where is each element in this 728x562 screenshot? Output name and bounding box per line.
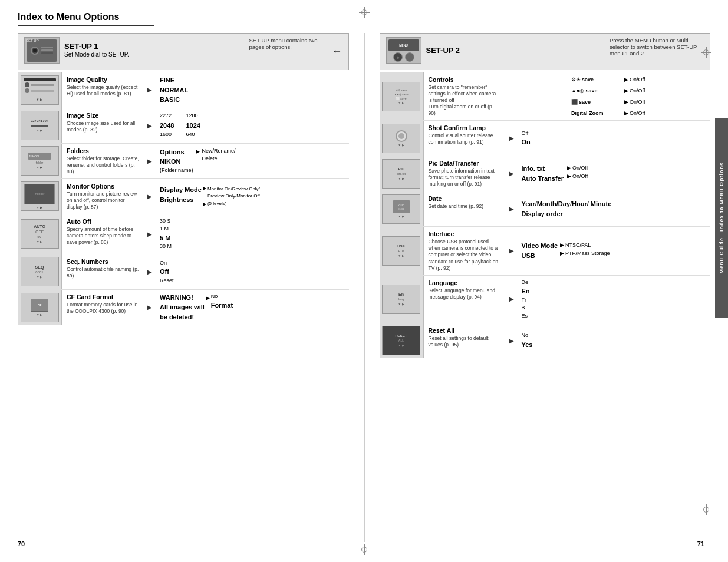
image-size-col1: 2272 2048 1600 [160, 112, 174, 139]
seq-numbers-label: Seq. Numbers Control automatic file nami… [62, 254, 144, 289]
folders-options: Options NIKON (Folder name) ▶ New/Rename… [155, 144, 349, 178]
image-quality-row: ▼ ▶ Image Quality Select the image quali… [18, 72, 349, 108]
auto-off-row: AUTO OFF 5M ▼ ▶ Auto Off Specify amount … [18, 214, 349, 254]
reset-all-thumb: RESET ALL ▼ ▶ [380, 323, 424, 358]
setup1-subdesc: SET-UP menu contains two pages of option… [249, 37, 326, 50]
shot-confirm-arrow: ▶ [506, 121, 517, 156]
cf-format-title: CF Card Format [67, 293, 139, 300]
cf-format-label: CF Card Format Format memory cards for u… [62, 290, 144, 325]
pic-data-arrow: ▶ [506, 156, 517, 191]
date-options: Year/Month/Day/Hour/ Minute Display orde… [517, 191, 711, 226]
controls-title: Controls [429, 76, 501, 83]
auto-off-title: Auto Off [67, 218, 139, 225]
language-desc: Select language for menu and message dis… [429, 287, 501, 300]
setup2-header: MENU ◎ ○ SE [380, 33, 711, 70]
option-normal: NORMAL [160, 85, 344, 95]
cf-format-row: CF ▼ ▶ CF Card Format Format memory card… [18, 289, 349, 326]
folders-thumb: NIKON folder ▼ ▶ [18, 144, 62, 178]
pic-data-label: Pic Data/Transfer Save photo information… [424, 156, 506, 191]
setup1-title: SET-UP 1 [64, 42, 129, 51]
date-desc: Set date and time (p. 92) [429, 203, 501, 210]
image-quality-thumb: ▼ ▶ [18, 72, 62, 108]
main-title: Index to Menu Options [18, 12, 154, 26]
setup1-desc: Set Mode dial to SETUP. [64, 51, 129, 59]
date-arrow: ▶ [506, 191, 517, 226]
controls-desc: Set camera to "remember" settings in eff… [429, 84, 501, 117]
monitor-options-arrow: ▶ [144, 179, 155, 214]
side-tab-text: Menu Guide—Index to Menu Options [719, 162, 724, 274]
reg-mark-bottom [359, 544, 370, 555]
seq-numbers-title: Seq. Numbers [67, 258, 139, 265]
cf-format-subopts: No Format [211, 293, 233, 310]
reg-mark-top [359, 7, 370, 18]
page-number-right: 71 [697, 540, 704, 547]
language-options: De En Fr B Es [517, 276, 711, 323]
right-reg-top [701, 47, 711, 58]
monitor-options-thumb: monitor ▼ ▶ [18, 179, 62, 214]
cf-format-desc: Format memory cards for use in the COOLP… [67, 302, 139, 315]
setup2-desc: Press the MENU button or Multi selector … [610, 37, 704, 57]
controls-labels-col: ⚙☀ save ▲●◎ save ⬛ save Digital Zoom [571, 74, 624, 118]
image-quality-desc: Select the image quality (except Hi) use… [67, 84, 139, 97]
page-number-left: 70 [18, 540, 25, 547]
shot-confirm-label: Shot Confirm Lamp Control visual shutter… [424, 121, 506, 156]
interface-main: Video Mode USB [522, 241, 558, 260]
shot-confirm-desc: Control visual shutter release confirmat… [429, 133, 501, 146]
folders-title: Folders [67, 147, 139, 154]
image-quality-arrow: ▶ [144, 72, 155, 108]
controls-options: ⚙☀ save ▲●◎ save ⬛ save Digital Zoom ▶On… [506, 72, 711, 120]
setup1-header: SET-UP SET-UP 1 Set Mode dial to SETUP. … [18, 33, 349, 70]
date-thumb: 2003 01.01 ▼ ▶ [380, 191, 424, 226]
side-tab: Menu Guide—Index to Menu Options [715, 118, 728, 318]
language-row: En lang ▼ ▶ Language Select language for… [380, 275, 711, 323]
interface-row: USB PTP ▼ ▶ Interface Choose USB protoco… [380, 226, 711, 275]
cf-format-thumb: CF ▼ ▶ [18, 290, 62, 325]
interface-arrow: ▶ [506, 227, 517, 275]
date-title: Date [429, 195, 501, 202]
page-container: Menu Guide—Index to Menu Options 70 71 I… [0, 0, 728, 562]
image-size-row: 2272×1704 ▼ ▶ Image Size Choose image si… [18, 108, 349, 143]
pic-data-row: PIC info.txt ▼ ▶ Pic Data/Transfer Save … [380, 156, 711, 191]
pic-data-desc: Save photo information in text format; t… [429, 168, 501, 187]
image-quality-options: FINE NORMAL BASIC [155, 72, 349, 108]
folders-desc: Select folder for storage. Create, renam… [67, 156, 139, 175]
controls-row: ☀⚙ save ▲●◎ save ⬜ save ▼ ▶ Controls Set… [380, 72, 711, 120]
reset-all-options: No Yes [517, 323, 711, 358]
monitor-options-label: Monitor Options Turn monitor and picture… [62, 179, 144, 214]
cf-format-options: WARNING! All images will be deleted! ▶ N… [155, 290, 349, 325]
reset-all-desc: Reset all settings to default values (p.… [429, 335, 501, 348]
image-size-col2: 1280 1024 640 [186, 112, 200, 139]
reset-all-label: Reset All Reset all settings to default … [424, 323, 506, 358]
image-size-label: Image Size Choose image size used for al… [62, 108, 144, 143]
controls-values-col: ▶On/Off ▶On/Off ▶On/Off ▶On/Off [624, 74, 645, 118]
shot-confirm-title: Shot Confirm Lamp [429, 124, 501, 131]
cf-format-arrow: ▶ [144, 290, 155, 325]
image-quality-title: Image Quality [67, 76, 139, 83]
right-reg-bottom [701, 504, 711, 515]
auto-off-thumb: AUTO OFF 5M ▼ ▶ [18, 214, 62, 254]
language-title: Language [429, 279, 501, 286]
option-basic: BASIC [160, 95, 344, 105]
interface-thumb: USB PTP ▼ ▶ [380, 227, 424, 275]
interface-desc: Choose USB protocol used when camera is … [429, 239, 501, 271]
pic-data-options: info. txt Auto Transfer ▶On/Off ▶On/Off [517, 156, 711, 191]
controls-label: Controls Set camera to "remember" settin… [424, 72, 506, 120]
option-fine: FINE [160, 75, 344, 85]
setup2-column: MENU ◎ ○ SE [380, 33, 711, 542]
column-separator [364, 33, 365, 542]
language-arrow: ▶ [506, 276, 517, 323]
image-size-arrow: ▶ [144, 108, 155, 143]
image-size-thumb: 2272×1704 ▼ ▶ [18, 108, 62, 143]
seq-numbers-thumb: SEQ 0001 ▼ ▶ [18, 254, 62, 289]
monitor-main-opts: Display Mode Brightness [160, 185, 202, 204]
date-label: Date Set date and time (p. 92) [424, 191, 506, 226]
language-label: Language Select language for menu and me… [424, 276, 506, 323]
pic-data-main: info. txt Auto Transfer [522, 164, 564, 183]
setup2-title: SET-UP 2 [426, 46, 460, 55]
shot-confirm-options: Off On [517, 121, 711, 156]
reset-all-arrow: ▶ [506, 323, 517, 358]
folders-sub-opts: New/Rename/ Delete [202, 147, 236, 163]
monitor-options-row: monitor ▼ ▶ Monitor Options Turn monitor… [18, 178, 349, 214]
image-size-desc: Choose image size used for all modes (p.… [67, 120, 139, 133]
folders-row: NIKON folder ▼ ▶ Folders Select folder f… [18, 143, 349, 178]
